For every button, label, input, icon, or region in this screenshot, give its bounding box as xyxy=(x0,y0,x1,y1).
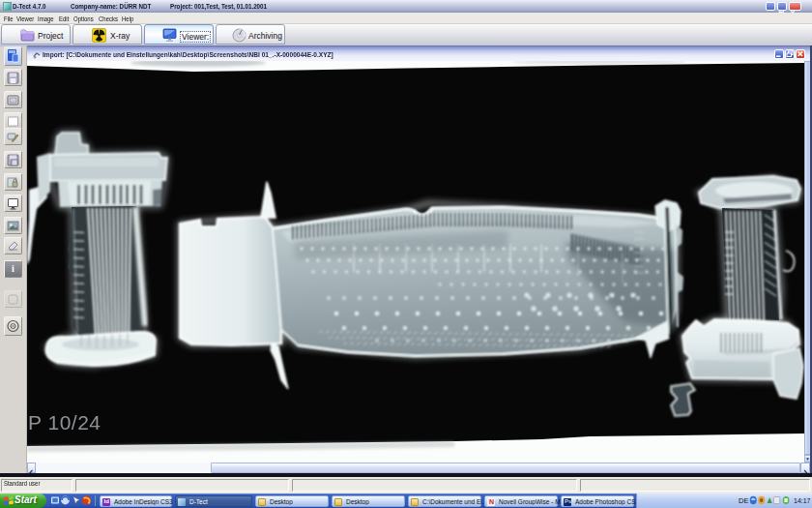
svg-text:P 10/24: P 10/24 xyxy=(28,411,102,433)
